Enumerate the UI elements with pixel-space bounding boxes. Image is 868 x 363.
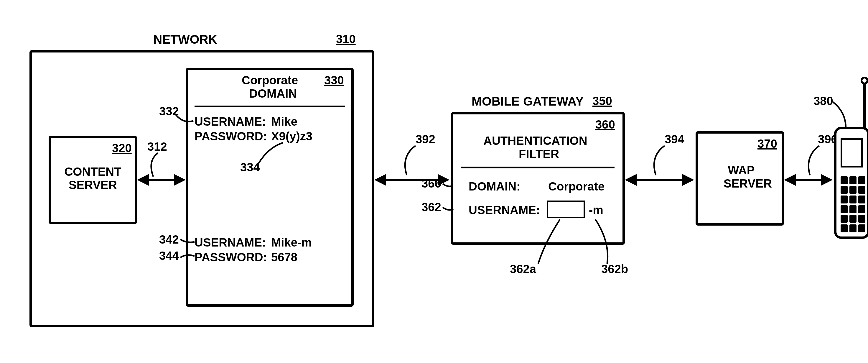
cd-pass2-label: PASSWORD: [194, 251, 267, 264]
cd-pass1-value: X9(y)z3 [271, 130, 312, 143]
network-title: NETWORK [153, 32, 217, 47]
leader-334 [256, 142, 286, 165]
diagram-canvas: NETWORK 310 320 CONTENT SERVER 312 Corpo… [0, 0, 868, 363]
arrow-392-ref: 392 [415, 133, 435, 146]
filter-domain-label: DOMAIN: [469, 180, 521, 193]
phone-antenna [863, 83, 866, 130]
corporate-domain-ref: 330 [324, 74, 344, 87]
field-362a-ref: 362a [510, 263, 536, 276]
phone-screen [841, 138, 863, 168]
corporate-domain-box [186, 68, 354, 307]
filter-username-field[interactable] [547, 201, 585, 218]
corporate-domain-title1: Corporate [242, 74, 298, 87]
filter-domain-ref: 366 [422, 177, 441, 190]
network-ref: 310 [336, 32, 356, 46]
leader-392 [398, 145, 422, 177]
auth-filter-title2: FILTER [519, 147, 559, 161]
leader-362a [536, 218, 563, 265]
leader-344 [179, 252, 195, 260]
cd-pass2-value: 5678 [271, 251, 298, 264]
arrow-394-head-right [682, 174, 694, 186]
filter-domain-value: Corporate [548, 180, 604, 193]
auth-filter-title1: AUTHENTICATION [484, 134, 587, 147]
filter-username-suffix: -m [589, 204, 603, 217]
wap-server-title: WAP SERVER [723, 164, 759, 190]
cd-user1-value: Mike [271, 115, 298, 128]
phone-keypad [841, 176, 865, 232]
content-server-ref: 320 [112, 142, 132, 155]
filter-username-ref: 362 [422, 201, 441, 214]
phone-icon [834, 127, 868, 239]
phone-ref: 380 [813, 94, 833, 108]
arrow-312-head-right [174, 174, 186, 186]
cd-pass2-ref: 344 [159, 249, 179, 263]
leader-362 [442, 205, 454, 212]
leader-396 [802, 145, 825, 177]
cd-user2-ref: 342 [159, 233, 179, 246]
cd-pass1-label: PASSWORD: [194, 130, 267, 143]
leader-366 [442, 181, 454, 189]
filter-username-label: USERNAME: [469, 204, 540, 217]
mobile-gateway-title: MOBILE GATEWAY [472, 94, 584, 109]
arrow-312-ref: 312 [147, 140, 167, 153]
leader-342 [179, 238, 195, 246]
arrow-394-head-left [625, 174, 637, 186]
arrow-396-head-left [784, 174, 796, 186]
content-server-title: CONTENT SERVER [63, 165, 122, 192]
auth-filter-divider [461, 167, 615, 169]
arrow-392-head-left [374, 174, 386, 186]
leader-394 [647, 145, 671, 177]
cd-user1-label: USERNAME: [194, 115, 266, 128]
leader-332 [174, 109, 194, 125]
phone-antenna-tip [861, 77, 868, 84]
corporate-domain-title2: DOMAIN [249, 87, 297, 100]
mobile-gateway-ref: 350 [592, 94, 612, 108]
arrow-394-ref: 394 [664, 133, 684, 146]
auth-filter-ref: 360 [595, 118, 615, 131]
cd-user2-value: Mike-m [271, 236, 312, 249]
corporate-domain-divider [194, 105, 345, 107]
cd-user2-label: USERNAME: [194, 236, 266, 249]
leader-362b [592, 218, 613, 265]
leader-312 [145, 152, 165, 178]
wap-server-ref: 370 [757, 137, 777, 150]
leader-380 [831, 100, 852, 130]
